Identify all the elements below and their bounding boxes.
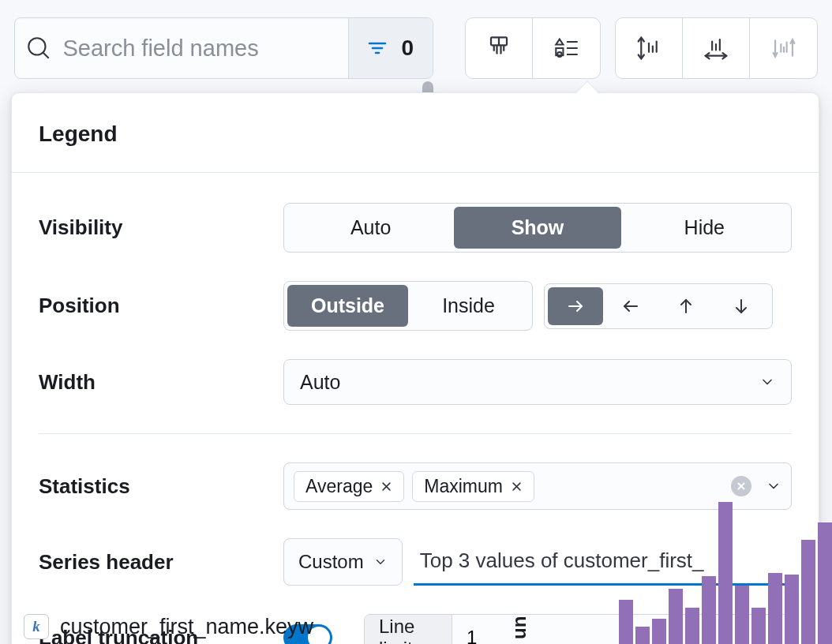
chart-bars [619,502,832,644]
label-visibility: Visibility [39,215,283,240]
position-toggle-group: Outside Inside [283,281,533,331]
label-position: Position [39,294,283,318]
position-arrow-up[interactable] [658,287,714,325]
combined-axis-button[interactable] [750,18,817,78]
bar [718,502,733,644]
visibility-hide[interactable]: Hide [621,207,788,249]
row-position: Position Outside Inside [39,267,792,345]
arrow-down-icon [732,297,751,316]
chip-average-remove[interactable] [380,481,392,492]
close-icon [380,481,392,492]
section-separator [39,433,792,434]
brush-tool-button[interactable] [466,18,533,78]
label-width: Width [39,370,283,395]
bar [652,619,666,644]
bar [635,627,650,644]
position-arrow-left[interactable] [603,287,658,325]
field-type-letter: k [32,618,40,635]
chevron-down-icon [373,555,388,569]
horizontal-axis-button[interactable] [683,18,750,78]
search-field-wrap: 0 [14,17,433,79]
field-name-label: customer_first_name.keyw [60,615,313,639]
series-header-mode-select[interactable]: Custom [283,538,403,586]
brush-icon [487,35,511,62]
filter-count-value: 0 [401,36,414,61]
arrow-up-icon [676,297,695,316]
search-icon [15,35,62,62]
close-icon [736,481,746,491]
bar [801,540,815,644]
label-series-header: Series header [39,550,283,575]
position-inside[interactable]: Inside [408,285,529,327]
chevron-down-icon [759,374,775,390]
position-arrow-group [544,283,773,329]
vertical-axis-button[interactable] [616,18,683,78]
position-outside[interactable]: Outside [287,285,408,327]
legend-icon [554,37,579,59]
svg-line-1 [43,53,49,58]
visibility-show[interactable]: Show [454,207,620,249]
bar [669,589,683,644]
chip-maximum-label: Maximum [424,476,503,497]
visibility-toggle-group: Auto Show Hide [283,203,792,253]
bar [768,573,782,644]
bar [619,600,633,644]
series-header-mode-value: Custom [298,551,364,573]
position-arrow-right[interactable] [548,287,603,325]
bar [818,522,832,644]
filter-icon [368,40,387,56]
statistics-clear-button[interactable] [731,476,751,496]
chip-average-label: Average [305,476,373,497]
search-input[interactable] [62,36,348,62]
bar [735,586,749,644]
visibility-auto[interactable]: Auto [287,207,454,249]
row-width: Width Auto [39,345,792,419]
chip-maximum: Maximum [412,471,534,502]
axis-combined-icon [772,35,796,62]
axis-horizontal-icon [703,36,729,60]
chip-average: Average [294,471,404,502]
field-row[interactable]: k customer_first_name.keyw [24,614,313,639]
bar [685,608,699,644]
svg-point-16 [557,52,562,57]
top-bar: 0 [0,0,832,79]
width-select-value: Auto [300,371,340,394]
label-statistics: Statistics [39,474,283,499]
arrow-left-icon [621,297,640,316]
panel-title: Legend [39,93,792,172]
line-limit-label: Line limit [365,615,452,644]
chip-maximum-remove[interactable] [511,481,523,492]
legend-tool-button[interactable] [533,18,600,78]
toolbar-group-1 [465,17,601,79]
row-visibility: Visibility Auto Show Hide [39,189,792,267]
field-type-badge: k [24,614,49,639]
position-arrow-down[interactable] [714,287,769,325]
svg-point-0 [28,38,45,54]
bar [751,608,766,644]
bar [785,575,799,644]
toolbar-group-2 [615,17,818,79]
bar [702,576,716,644]
chevron-down-icon[interactable] [766,478,781,494]
axis-vertical-icon [637,35,661,62]
width-select[interactable]: Auto [283,359,792,405]
y-axis-label-fragment: un [508,616,530,639]
close-icon [511,481,523,492]
arrow-right-icon [566,297,585,316]
filter-count-button[interactable]: 0 [348,18,433,78]
